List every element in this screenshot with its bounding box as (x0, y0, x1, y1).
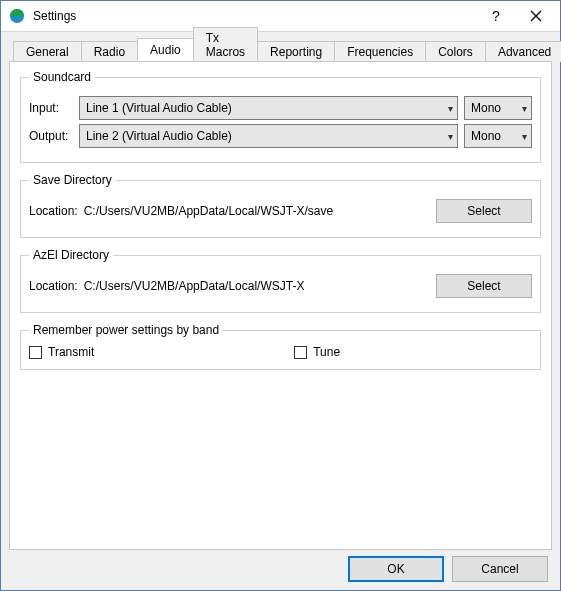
combo-value: Mono (471, 101, 501, 115)
group-azel-directory: AzEl Directory Location: C:/Users/VU2MB/… (20, 248, 541, 313)
output-label: Output: (29, 129, 73, 143)
save-select-button[interactable]: Select (436, 199, 532, 223)
row-azel-location: Location: C:/Users/VU2MB/AppData/Local/W… (29, 274, 532, 298)
save-location-value: C:/Users/VU2MB/AppData/Local/WSJT-X/save (84, 204, 430, 218)
input-channels-combo[interactable]: Mono ▾ (464, 96, 532, 120)
tab-panel-audio: Soundcard Input: Line 1 (Virtual Audio C… (9, 61, 552, 550)
group-soundcard: Soundcard Input: Line 1 (Virtual Audio C… (20, 70, 541, 163)
input-device-combo[interactable]: Line 1 (Virtual Audio Cable) ▾ (79, 96, 458, 120)
location-label: Location: (29, 204, 78, 218)
azel-location-value: C:/Users/VU2MB/AppData/Local/WSJT-X (84, 279, 430, 293)
checkbox-box-icon (29, 346, 42, 359)
tab-label: Radio (94, 45, 125, 59)
chevron-down-icon: ▾ (522, 103, 527, 114)
combo-value: Mono (471, 129, 501, 143)
tab-label: Advanced (498, 45, 551, 59)
combo-value: Line 1 (Virtual Audio Cable) (86, 101, 232, 115)
tab-label: Colors (438, 45, 473, 59)
combo-value: Line 2 (Virtual Audio Cable) (86, 129, 232, 143)
output-device-combo[interactable]: Line 2 (Virtual Audio Cable) ▾ (79, 124, 458, 148)
window-title: Settings (33, 9, 476, 23)
tab-label: Audio (150, 43, 181, 57)
tab-advanced[interactable]: Advanced (485, 41, 561, 62)
button-label: OK (387, 562, 404, 576)
tab-general[interactable]: General (13, 41, 82, 62)
cancel-button[interactable]: Cancel (452, 556, 548, 582)
tab-txmacros[interactable]: Tx Macros (193, 27, 258, 62)
tab-label: Tx Macros (206, 31, 245, 59)
app-icon (9, 8, 25, 24)
chevron-down-icon: ▾ (448, 103, 453, 114)
tab-reporting[interactable]: Reporting (257, 41, 335, 62)
tune-checkbox[interactable]: Tune (294, 345, 340, 359)
help-button[interactable]: ? (476, 2, 516, 30)
location-label: Location: (29, 279, 78, 293)
row-input: Input: Line 1 (Virtual Audio Cable) ▾ Mo… (29, 96, 532, 120)
tab-frequencies[interactable]: Frequencies (334, 41, 426, 62)
group-legend: Remember power settings by band (29, 323, 223, 337)
close-icon (530, 10, 542, 22)
client-area: General Radio Audio Tx Macros Reporting … (9, 31, 552, 550)
button-label: Select (467, 279, 500, 293)
chevron-down-icon: ▾ (448, 131, 453, 142)
checkbox-label: Tune (313, 345, 340, 359)
tab-label: General (26, 45, 69, 59)
checkbox-box-icon (294, 346, 307, 359)
group-legend: Save Directory (29, 173, 116, 187)
group-legend: AzEl Directory (29, 248, 113, 262)
checkbox-label: Transmit (48, 345, 94, 359)
ok-button[interactable]: OK (348, 556, 444, 582)
group-power-settings: Remember power settings by band Transmit… (20, 323, 541, 370)
tab-strip: General Radio Audio Tx Macros Reporting … (9, 37, 552, 61)
chevron-down-icon: ▾ (522, 131, 527, 142)
azel-select-button[interactable]: Select (436, 274, 532, 298)
tab-audio[interactable]: Audio (137, 38, 194, 61)
tab-radio[interactable]: Radio (81, 41, 138, 62)
button-label: Select (467, 204, 500, 218)
group-save-directory: Save Directory Location: C:/Users/VU2MB/… (20, 173, 541, 238)
button-label: Cancel (481, 562, 518, 576)
tab-label: Reporting (270, 45, 322, 59)
group-legend: Soundcard (29, 70, 95, 84)
output-channels-combo[interactable]: Mono ▾ (464, 124, 532, 148)
titlebar: Settings ? (1, 1, 560, 32)
tab-colors[interactable]: Colors (425, 41, 486, 62)
dialog-footer: OK Cancel (348, 556, 548, 582)
transmit-checkbox[interactable]: Transmit (29, 345, 94, 359)
settings-window: Settings ? General Radio Audio Tx Macros… (0, 0, 561, 591)
close-button[interactable] (516, 2, 556, 30)
power-checkbox-row: Transmit Tune (29, 345, 532, 359)
row-output: Output: Line 2 (Virtual Audio Cable) ▾ M… (29, 124, 532, 148)
row-save-location: Location: C:/Users/VU2MB/AppData/Local/W… (29, 199, 532, 223)
input-label: Input: (29, 101, 73, 115)
tab-label: Frequencies (347, 45, 413, 59)
